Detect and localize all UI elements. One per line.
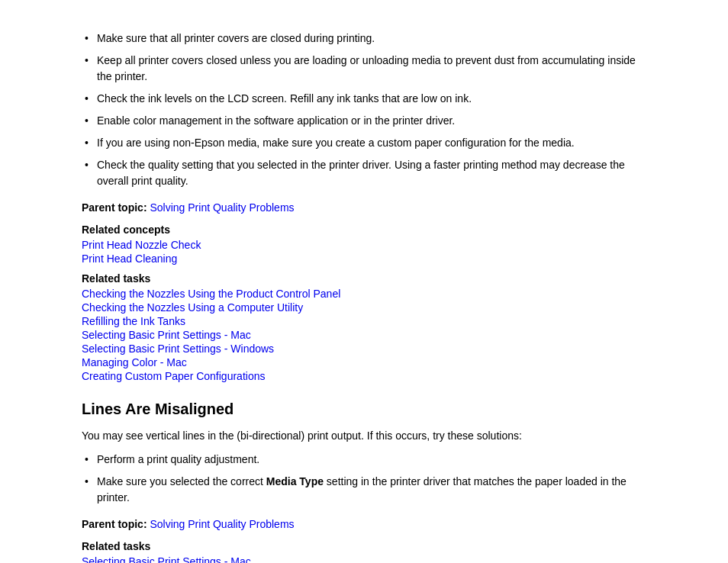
misaligned-bullet-list: Perform a print quality adjustment. Make… xyxy=(82,452,646,506)
related-concepts-links: Print Head Nozzle Check Print Head Clean… xyxy=(82,239,646,265)
bullet-item-2: Keep all printer covers closed unless yo… xyxy=(82,53,646,85)
bullet-item-1: Make sure that all printer covers are cl… xyxy=(82,31,646,47)
link-print-head-cleaning[interactable]: Print Head Cleaning xyxy=(82,253,646,265)
parent-topic-link[interactable]: Solving Print Quality Problems xyxy=(150,201,294,214)
link-print-head-nozzle-check[interactable]: Print Head Nozzle Check xyxy=(82,239,646,251)
parent-topic-line: Parent topic: Solving Print Quality Prob… xyxy=(82,200,646,216)
bullet-item-3: Check the ink levels on the LCD screen. … xyxy=(82,91,646,107)
link-managing-color-mac[interactable]: Managing Color - Mac xyxy=(82,356,646,368)
related-tasks2-heading: Related tasks xyxy=(82,540,646,552)
misaligned-bullet-2-bold: Media Type xyxy=(266,475,324,487)
link-selecting-basic-print-settings-windows-top[interactable]: Selecting Basic Print Settings - Windows xyxy=(82,343,646,355)
section-title-lines-misaligned: Lines Are Misaligned xyxy=(82,401,646,418)
misaligned-bullet-2: Make sure you selected the correct Media… xyxy=(82,474,646,506)
parent-topic2-label: Parent topic: xyxy=(82,518,147,530)
misaligned-bullet-1: Perform a print quality adjustment. xyxy=(82,452,646,468)
bullet-item-4: Enable color management in the software … xyxy=(82,113,646,129)
link-refilling-ink-tanks[interactable]: Refilling the Ink Tanks xyxy=(82,315,646,327)
parent-topic2-line: Parent topic: Solving Print Quality Prob… xyxy=(82,516,646,532)
parent-topic2-link[interactable]: Solving Print Quality Problems xyxy=(150,518,294,530)
link-checking-nozzles-control-panel[interactable]: Checking the Nozzles Using the Product C… xyxy=(82,288,646,300)
related-tasks-links-bottom: Selecting Basic Print Settings - Mac Sel… xyxy=(82,555,646,563)
link-creating-custom-paper-configurations[interactable]: Creating Custom Paper Configurations xyxy=(82,370,646,382)
link-checking-nozzles-computer-utility[interactable]: Checking the Nozzles Using a Computer Ut… xyxy=(82,301,646,314)
bullet-item-5: If you are using non-Epson media, make s… xyxy=(82,135,646,151)
section-body-text: You may see vertical lines in the (bi-di… xyxy=(82,427,646,444)
misaligned-bullet-2-text-before: Make sure you selected the correct xyxy=(97,475,266,487)
link-selecting-basic-print-settings-mac-top[interactable]: Selecting Basic Print Settings - Mac xyxy=(82,329,646,341)
link-selecting-basic-print-settings-mac-bottom[interactable]: Selecting Basic Print Settings - Mac xyxy=(82,555,646,563)
related-tasks-heading: Related tasks xyxy=(82,272,646,285)
bullet-item-6: Check the quality setting that you selec… xyxy=(82,157,646,189)
related-concepts-heading: Related concepts xyxy=(82,224,646,236)
parent-topic-label: Parent topic: xyxy=(82,201,147,214)
top-bullet-list: Make sure that all printer covers are cl… xyxy=(82,31,646,189)
related-tasks-links-top: Checking the Nozzles Using the Product C… xyxy=(82,288,646,382)
